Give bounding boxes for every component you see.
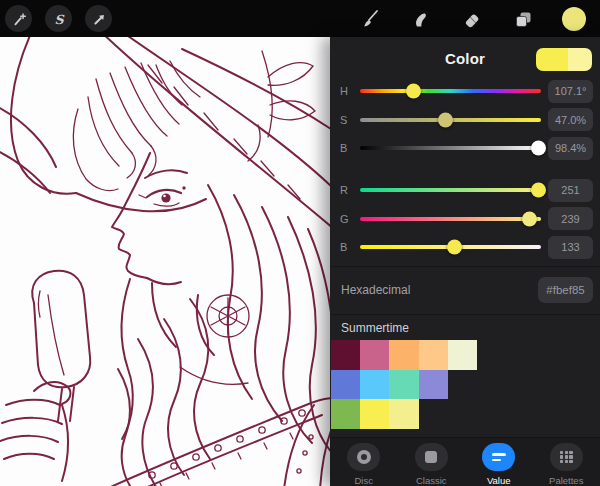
green-value[interactable]: 239 [548,207,593,230]
slider-knob[interactable] [447,240,462,255]
artwork-canvas[interactable] [0,37,330,486]
previous-color-half [536,48,568,71]
tab-label: Value [487,475,511,486]
smudge-button[interactable] [409,8,431,30]
palette-swatch[interactable] [360,370,389,400]
palette-swatch-grid [331,340,477,429]
palette-swatch[interactable] [419,370,448,400]
eraser-icon [460,8,482,30]
hexadecimal-value-field[interactable]: #fbef85 [538,277,593,303]
smudge-icon [409,8,431,30]
selection-s-icon: S [50,10,68,28]
palette-swatch[interactable] [360,399,389,429]
palette-swatch[interactable] [389,399,418,429]
green-slider[interactable] [360,217,541,221]
saturation-slider-row: S 47.0% [330,106,600,135]
layers-button[interactable] [511,8,533,30]
slider-label: S [340,114,353,126]
classic-tab-button[interactable] [415,443,448,471]
red-value[interactable]: 251 [548,179,593,202]
tab-label: Disc [355,475,373,486]
tab-value[interactable]: Value [465,438,533,486]
rgb-sliders: R 251 G 239 B 133 [330,176,600,262]
palette-swatch[interactable] [360,340,389,370]
slider-label: G [340,213,353,225]
active-color-swatch[interactable] [562,7,586,31]
tab-palettes[interactable]: Palettes [533,438,600,486]
classic-icon [425,451,437,463]
brightness-slider-row: B 98.4% [330,134,600,163]
top-toolbar: S [0,0,600,37]
palette-row [331,370,477,400]
saturation-value[interactable]: 47.0% [548,108,593,131]
slider-label: B [340,241,353,253]
palettes-tab-button[interactable] [550,443,583,471]
hsb-sliders: H 107.1° S 47.0% B 98.4% [330,77,600,163]
green-slider-row: G 239 [330,205,600,234]
svg-text:S: S [54,11,64,26]
transform-button[interactable] [85,5,112,32]
disc-icon [357,450,371,464]
current-color-swatch[interactable] [536,48,592,71]
slider-knob[interactable] [438,112,453,127]
palette-swatch[interactable] [448,340,477,370]
palette-row [331,399,477,429]
red-slider[interactable] [360,188,541,192]
section-divider [330,314,600,315]
paintbrush-icon [358,8,380,30]
slider-knob[interactable] [522,211,537,226]
hue-slider-row: H 107.1° [330,77,600,106]
blue-slider-row: B 133 [330,233,600,262]
transform-arrow-icon [90,10,108,28]
magic-wand-icon [10,10,28,28]
current-color-half [568,48,592,71]
palette-swatch[interactable] [389,340,418,370]
blue-slider[interactable] [360,245,541,249]
slider-label: B [340,142,353,154]
value-tab-button[interactable] [482,443,515,471]
slider-label: R [340,184,353,196]
brush-button[interactable] [358,8,380,30]
palette-swatch[interactable] [331,370,360,400]
hexadecimal-label: Hexadecimal [341,283,538,297]
red-slider-row: R 251 [330,176,600,205]
hexadecimal-row: Hexadecimal #fbef85 [330,270,600,310]
adjustments-button[interactable] [5,5,32,32]
brightness-value[interactable]: 98.4% [548,137,593,160]
palette-swatch[interactable] [331,340,360,370]
tab-disc[interactable]: Disc [330,438,398,486]
toolbar-left-group: S [5,0,112,37]
value-sliders-icon [492,453,506,461]
color-mode-tabbar: Disc Classic Value Palettes [330,437,600,486]
palette-name: Summertime [341,321,409,335]
tab-label: Palettes [549,475,583,486]
slider-knob[interactable] [531,141,546,156]
layers-icon [511,8,533,30]
palette-row [331,340,477,370]
disc-tab-button[interactable] [347,443,380,471]
slider-knob[interactable] [531,183,546,198]
color-panel: Color H 107.1° S 47.0% B 98.4% [330,37,600,486]
brightness-slider[interactable] [360,146,541,150]
toolbar-right-group [358,0,600,37]
saturation-slider[interactable] [360,118,541,122]
eraser-button[interactable] [460,8,482,30]
palette-swatch[interactable] [389,370,418,400]
hue-slider[interactable] [360,89,541,93]
tab-label: Classic [416,475,447,486]
palette-swatch[interactable] [331,399,360,429]
palette-swatch[interactable] [419,340,448,370]
slider-label: H [340,85,353,97]
section-divider [330,266,600,267]
selections-button[interactable]: S [45,5,72,32]
blue-value[interactable]: 133 [548,236,593,259]
line-art-illustration [0,37,330,486]
tab-classic[interactable]: Classic [398,438,466,486]
palettes-grid-icon [560,451,573,464]
slider-knob[interactable] [406,84,421,99]
color-panel-header: Color [330,37,600,81]
hue-value[interactable]: 107.1° [548,80,593,103]
